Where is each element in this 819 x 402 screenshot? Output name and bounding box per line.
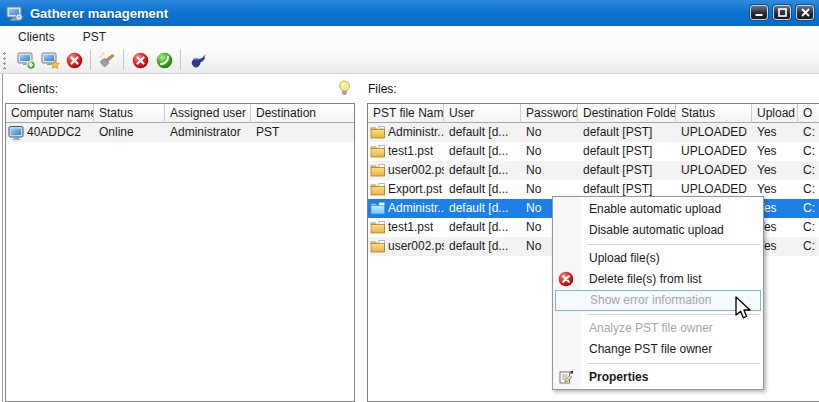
- file-original-location: C:: [798, 237, 819, 256]
- file-user: default [d...: [444, 218, 521, 237]
- file-user: default [d...: [444, 142, 521, 161]
- file-original-location: C:: [798, 218, 819, 237]
- column-header-status[interactable]: Status: [676, 104, 752, 123]
- file-upload: Yes: [752, 161, 798, 180]
- toolbar-separator: [90, 50, 91, 70]
- column-header-password[interactable]: Password: [521, 104, 578, 123]
- toolbar-delete-file-button[interactable]: [128, 48, 152, 72]
- column-header-destination-folder[interactable]: Destination Folder: [578, 104, 676, 123]
- pst-file-icon: [370, 163, 386, 178]
- file-name: Administr...: [388, 199, 444, 218]
- titlebar[interactable]: Gatherer management: [0, 0, 819, 26]
- menu-separator: [587, 244, 760, 245]
- file-destination-folder: default [PST]: [578, 123, 676, 142]
- menu-item-properties[interactable]: Properties: [553, 367, 763, 388]
- file-name: user002.pst: [388, 161, 444, 180]
- edit-client-icon: [41, 51, 60, 70]
- file-original-location: C:: [798, 161, 819, 180]
- menu-item-show-error-information: Show error information: [555, 290, 761, 311]
- file-destination-folder: default [PST]: [578, 142, 676, 161]
- menu-item-pst[interactable]: PST: [75, 28, 114, 46]
- client-computer-name: 40ADDC2: [27, 123, 81, 142]
- column-header-status[interactable]: Status: [94, 104, 165, 123]
- menu-item-disable-automatic-upload[interactable]: Disable automatic upload: [553, 220, 763, 241]
- pst-file-icon: [370, 182, 386, 197]
- app-monitor-icon: [6, 5, 23, 22]
- context-menu: Enable automatic upload Disable automati…: [552, 196, 764, 390]
- file-original-location: C:: [798, 180, 819, 199]
- toolbar-lamp-button[interactable]: [185, 48, 209, 72]
- delete-red-x-icon: [558, 271, 574, 287]
- gatherer-management-window: Gatherer management Clients PST: [0, 0, 819, 402]
- file-status: UPLOADED: [676, 161, 752, 180]
- clients-table-header: Computer name Status Assigned user Desti…: [6, 104, 354, 123]
- maximize-icon: [778, 8, 787, 17]
- window-title: Gatherer management: [30, 6, 168, 21]
- clients-panel-label: Clients:: [18, 82, 58, 96]
- mouse-cursor-icon: [734, 296, 752, 322]
- toolbar-start-upload-button[interactable]: [152, 48, 176, 72]
- menu-separator: [587, 363, 760, 364]
- file-upload: Yes: [752, 142, 798, 161]
- file-name: Administr...: [388, 123, 444, 142]
- toolbar-edit-client-button[interactable]: [38, 48, 62, 72]
- file-password: No: [521, 161, 578, 180]
- close-button[interactable]: [796, 5, 814, 20]
- close-icon: [801, 8, 810, 17]
- menu-item-change-pst-file-owner[interactable]: Change PST file owner: [553, 339, 763, 360]
- minimize-button[interactable]: [750, 5, 768, 20]
- pst-file-icon: [370, 239, 386, 254]
- file-name: test1.pst: [388, 142, 433, 161]
- toolbar: [0, 47, 819, 74]
- menu-item-delete-files-from-list[interactable]: Delete file(s) from list: [553, 269, 763, 290]
- menu-item-enable-automatic-upload[interactable]: Enable automatic upload: [553, 199, 763, 220]
- file-status: UPLOADED: [676, 142, 752, 161]
- file-row[interactable]: Administr... default [d... No default [P…: [368, 123, 819, 142]
- maximize-button[interactable]: [773, 5, 791, 20]
- column-header-assigned-user[interactable]: Assigned user: [165, 104, 251, 123]
- column-header-upload[interactable]: Upload: [752, 104, 798, 123]
- lamp-icon: [188, 51, 207, 70]
- toolbar-remove-client-button[interactable]: [62, 48, 86, 72]
- file-row[interactable]: user002.pst default [d... No default [PS…: [368, 161, 819, 180]
- lightbulb-icon: [336, 79, 353, 98]
- column-header-pst-file-name[interactable]: PST file Name: [368, 104, 444, 123]
- file-destination-folder: default [PST]: [578, 161, 676, 180]
- file-name: Export.pst: [388, 180, 442, 199]
- toolbar-add-client-button[interactable]: [14, 48, 38, 72]
- pst-file-icon: [370, 144, 386, 159]
- menu-item-clients[interactable]: Clients: [10, 28, 63, 46]
- remove-client-icon: [66, 52, 83, 69]
- file-password: No: [521, 142, 578, 161]
- file-user: default [d...: [444, 180, 521, 199]
- add-client-icon: [17, 51, 36, 70]
- file-name: user002.pst: [388, 237, 444, 256]
- client-row[interactable]: 40ADDC2 Online Administrator PST: [6, 123, 354, 142]
- toolbar-separator: [123, 50, 124, 70]
- file-name: test1.pst: [388, 218, 433, 237]
- tools-hammer-icon: [98, 51, 117, 70]
- file-user: default [d...: [444, 161, 521, 180]
- file-user: default [d...: [444, 199, 521, 218]
- column-header-user[interactable]: User: [444, 104, 521, 123]
- client-status: Online: [94, 123, 165, 142]
- files-panel-label: Files:: [368, 82, 397, 96]
- toolbar-grip[interactable]: [3, 51, 6, 69]
- start-upload-icon: [156, 52, 173, 69]
- column-header-original[interactable]: O: [798, 104, 819, 123]
- delete-file-icon: [132, 52, 149, 69]
- menu-item-upload-files[interactable]: Upload file(s): [553, 248, 763, 269]
- file-row[interactable]: test1.pst default [d... No default [PST]…: [368, 142, 819, 161]
- client-assigned-user: Administrator: [165, 123, 251, 142]
- computer-icon: [8, 125, 25, 141]
- toolbar-tools-button[interactable]: [95, 48, 119, 72]
- toolbar-separator: [180, 50, 181, 70]
- client-destination: PST: [251, 123, 354, 142]
- column-header-computer-name[interactable]: Computer name: [6, 104, 94, 123]
- file-user: default [d...: [444, 237, 521, 256]
- pst-file-icon: [370, 125, 386, 140]
- file-user: default [d...: [444, 123, 521, 142]
- menubar: Clients PST: [0, 26, 819, 47]
- file-status: UPLOADED: [676, 123, 752, 142]
- column-header-destination[interactable]: Destination: [251, 104, 354, 123]
